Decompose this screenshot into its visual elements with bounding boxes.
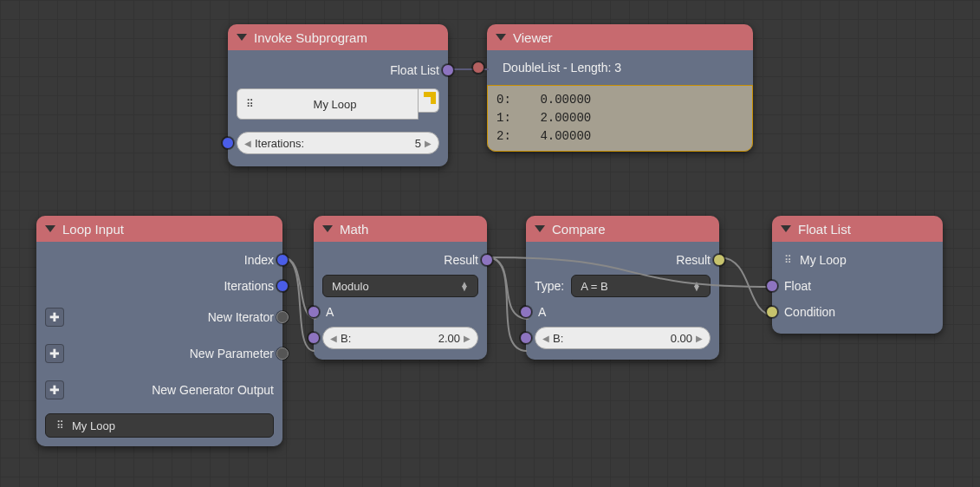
loop-name-field[interactable]: ⠿ My Loop (45, 413, 274, 438)
socket-iterations-out[interactable] (276, 280, 289, 292)
operation-dropdown[interactable]: Modulo ▲▼ (322, 275, 478, 297)
output-label: New Iterator (208, 310, 274, 324)
chevron-left-icon[interactable]: ◀ (330, 334, 337, 343)
node-header[interactable]: Loop Input (36, 216, 282, 242)
operation-value: Modulo (332, 280, 369, 293)
chevron-updown-icon: ▲▼ (692, 282, 701, 290)
plus-icon[interactable]: ✚ (45, 380, 64, 399)
socket-viewer-in[interactable] (472, 62, 484, 74)
socket-b-in[interactable] (520, 332, 532, 344)
node-title: Viewer (513, 30, 553, 45)
node-header[interactable]: Math (314, 216, 487, 242)
node-title: Invoke Subprogram (254, 30, 367, 45)
viewer-type-label: DoubleList - Length: 3 (497, 61, 621, 75)
node-title: Loop Input (62, 222, 124, 237)
output-label: Float List (390, 63, 439, 77)
output-label: Result (676, 253, 711, 267)
node-viewer[interactable]: Viewer DoubleList - Length: 3 0: 0.00000… (487, 24, 753, 152)
subprogram-selector[interactable]: ⠿ My Loop (237, 88, 419, 120)
socket-float-in[interactable] (766, 280, 778, 292)
type-label: Type: (535, 279, 564, 293)
plus-icon[interactable]: ✚ (45, 344, 64, 363)
chevron-left-icon[interactable]: ◀ (244, 139, 251, 148)
node-title: Compare (552, 222, 606, 237)
b-value-spinner[interactable]: ◀ B: 0.00 ▶ (535, 327, 711, 349)
iterations-value: 5 (415, 137, 425, 150)
collapse-icon[interactable] (535, 225, 545, 232)
node-title: Math (340, 222, 368, 237)
socket-a-in[interactable] (308, 306, 320, 318)
socket-index-out[interactable] (276, 254, 289, 266)
plus-icon[interactable]: ✚ (45, 308, 64, 327)
b-label: B: (549, 332, 563, 345)
loop-name-value: My Loop (72, 419, 115, 432)
subprogram-name: My Loop (261, 98, 409, 111)
socket-result-out[interactable] (713, 254, 725, 266)
socket-result-out[interactable] (481, 254, 493, 266)
socket-condition-in[interactable] (766, 306, 778, 318)
chevron-updown-icon: ▲▼ (460, 282, 469, 290)
node-math[interactable]: Math Result Modulo ▲▼ A ◀ B: 2.00 ▶ (314, 216, 487, 360)
node-header[interactable]: Invoke Subprogram (228, 24, 448, 50)
subprogram-selector-row: ⠿ My Loop (237, 88, 439, 120)
output-label: New Parameter (190, 347, 274, 360)
node-float-list[interactable]: Float List ⠿ My Loop Float Condition (772, 216, 943, 334)
socket-a-in[interactable] (520, 306, 532, 318)
socket-b-in[interactable] (308, 332, 320, 344)
iterations-label: Iterations: (251, 137, 415, 150)
b-label: B: (337, 332, 351, 345)
viewer-output: 0: 0.00000 1: 2.00000 2: 4.00000 (487, 85, 753, 152)
node-loop-input[interactable]: Loop Input Index Iterations ✚ New Iterat… (36, 216, 282, 446)
collapse-icon[interactable] (322, 225, 333, 232)
compare-type-dropdown[interactable]: A = B ▲▼ (571, 275, 711, 297)
input-label: A (322, 305, 334, 319)
b-value: 2.00 (351, 332, 464, 345)
node-title: Float List (798, 222, 851, 237)
socket-new-parameter-out[interactable] (276, 347, 289, 360)
node-invoke-subprogram[interactable]: Invoke Subprogram Float List ⠿ My Loop ◀… (228, 24, 448, 166)
new-page-icon[interactable] (419, 88, 439, 113)
collapse-icon[interactable] (237, 34, 247, 41)
socket-float-list-out[interactable] (442, 64, 454, 76)
output-label: Index (244, 253, 274, 267)
output-label: Result (444, 253, 478, 267)
b-value-spinner[interactable]: ◀ B: 2.00 ▶ (322, 327, 478, 349)
input-label: A (535, 305, 546, 319)
grid-icon: ⠿ (246, 98, 252, 110)
collapse-icon[interactable] (781, 225, 791, 232)
grid-icon: ⠿ (53, 419, 67, 432)
chevron-right-icon[interactable]: ▶ (696, 334, 703, 343)
iterations-spinner[interactable]: ◀ Iterations: 5 ▶ (237, 132, 439, 154)
chevron-left-icon[interactable]: ◀ (542, 334, 549, 343)
grid-icon: ⠿ (781, 253, 795, 267)
input-label: Condition (781, 305, 835, 319)
socket-new-iterator-out[interactable] (276, 311, 289, 323)
node-header[interactable]: Float List (772, 216, 943, 242)
output-label: New Generator Output (152, 383, 274, 397)
node-header[interactable]: Viewer (487, 24, 753, 50)
output-label: Iterations (224, 279, 274, 293)
compare-type-value: A = B (581, 280, 607, 293)
node-header[interactable]: Compare (526, 216, 719, 242)
node-compare[interactable]: Compare Result Type: A = B ▲▼ A ◀ B: 0.0… (526, 216, 719, 360)
socket-iterations-in[interactable] (222, 137, 234, 149)
loop-ref-label: My Loop (800, 253, 847, 267)
b-value: 0.00 (563, 332, 696, 345)
chevron-right-icon[interactable]: ▶ (425, 139, 432, 148)
collapse-icon[interactable] (496, 34, 506, 41)
input-label: Float (781, 279, 811, 293)
chevron-right-icon[interactable]: ▶ (464, 334, 471, 343)
collapse-icon[interactable] (45, 225, 55, 232)
